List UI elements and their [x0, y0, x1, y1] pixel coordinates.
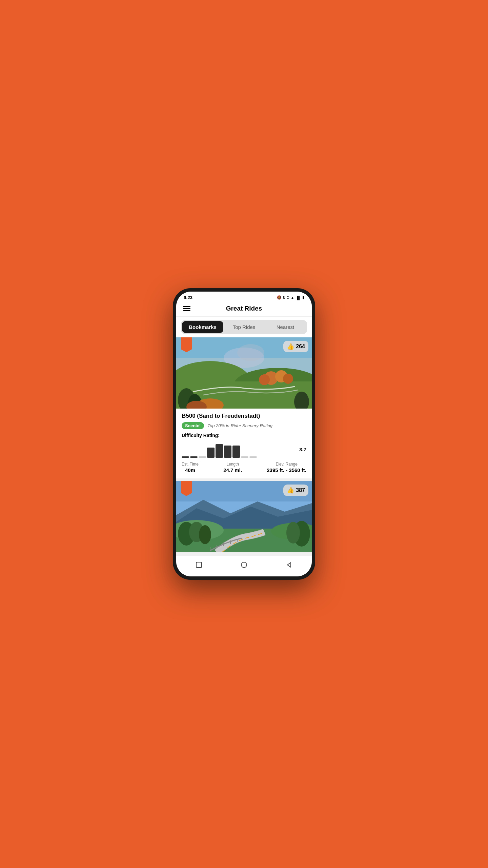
svg-point-9: [283, 374, 293, 384]
likes-count-2: 387: [296, 487, 305, 493]
difficulty-rating: 3.7: [299, 447, 306, 452]
difficulty-chart: 3.7: [182, 441, 306, 458]
ride-tags: Scenic! Top 20% in Rider Scenery Rating: [182, 422, 306, 429]
svg-marker-35: [287, 563, 291, 567]
card-body: B500 (Sand to Freudenstadt) Scenic! Top …: [176, 409, 312, 478]
rides-list: 👍 264 B500 (Sand to Freudenstadt) Scenic…: [176, 337, 312, 556]
svg-point-25: [199, 525, 211, 544]
likes-badge-2[interactable]: 👍 387: [283, 485, 308, 496]
location-icon: ⊙: [286, 295, 289, 300]
diff-spacer: [241, 456, 248, 458]
diff-bar: [190, 456, 198, 458]
diff-bar: [216, 444, 223, 458]
scenic-badge: Scenic!: [182, 422, 204, 429]
bell-icon: 🔕: [277, 295, 282, 300]
ride-image-container: 👍 264: [176, 337, 312, 409]
phone-screen: 9:23 🔕 ₿ ⊙ ▲ ▐▌ ▮ Great Rides Bookmarks: [176, 292, 312, 576]
status-time: 9:23: [184, 295, 192, 300]
likes-count: 264: [296, 343, 305, 350]
thumbs-up-icon: 👍: [287, 343, 294, 350]
thumbs-up-icon-2: 👍: [287, 487, 294, 494]
stats-row: Est. Time 40m Length 24.7 mi. Elev. Rang…: [182, 462, 306, 473]
svg-rect-33: [196, 562, 202, 568]
scenic-description: Top 20% in Rider Scenery Rating: [207, 423, 272, 428]
ride-image-container-2: 👍 387: [176, 481, 312, 552]
bookmark-icon[interactable]: [181, 337, 192, 352]
tab-bookmarks[interactable]: Bookmarks: [182, 321, 223, 333]
likes-badge[interactable]: 👍 264: [283, 341, 308, 352]
diff-bar: [182, 456, 189, 458]
svg-point-27: [286, 522, 300, 544]
diff-spacer: [199, 456, 206, 458]
battery-icon: ▮: [302, 295, 304, 300]
bookmark-icon-2[interactable]: [181, 481, 192, 496]
difficulty-label: Difficulty Rating:: [182, 433, 306, 438]
diff-spacer: [249, 456, 257, 458]
hamburger-menu-button[interactable]: [183, 306, 190, 311]
length-value: 24.7 mi.: [223, 467, 242, 473]
nav-square-button[interactable]: [194, 560, 204, 570]
svg-point-34: [241, 562, 247, 568]
phone-device: 9:23 🔕 ₿ ⊙ ▲ ▐▌ ▮ Great Rides Bookmarks: [173, 288, 315, 580]
hamburger-line-3: [183, 310, 190, 311]
ride-card[interactable]: 👍 264 B500 (Sand to Freudenstadt) Scenic…: [176, 337, 312, 478]
elev-label: Elev. Range: [267, 462, 306, 467]
page-title: Great Rides: [190, 305, 298, 312]
svg-point-10: [259, 374, 270, 385]
nav-back-button[interactable]: [284, 560, 294, 570]
circle-icon: [240, 561, 248, 569]
hamburger-line-2: [183, 308, 190, 309]
length-label: Length: [223, 462, 242, 467]
nav-home-button[interactable]: [239, 560, 249, 570]
ride-name: B500 (Sand to Freudenstadt): [182, 413, 306, 419]
diff-bar: [224, 446, 231, 458]
est-time-value: 40m: [182, 467, 199, 473]
elev-value: 2395 ft. - 3560 ft.: [267, 467, 306, 473]
ride-card-2[interactable]: 👍 387: [176, 481, 312, 552]
square-icon: [195, 561, 203, 569]
wifi-icon: ▲: [291, 296, 294, 300]
difficulty-bars: [182, 441, 295, 458]
hamburger-line-1: [183, 306, 190, 307]
back-icon: [285, 561, 293, 569]
bluetooth-icon: ₿: [283, 296, 285, 300]
status-icons: 🔕 ₿ ⊙ ▲ ▐▌ ▮: [277, 295, 304, 300]
est-time-label: Est. Time: [182, 462, 199, 467]
tab-top-rides[interactable]: Top Rides: [223, 321, 265, 333]
est-time-stat: Est. Time 40m: [182, 462, 199, 473]
diff-bar: [207, 448, 215, 458]
tab-nearest[interactable]: Nearest: [265, 321, 306, 333]
svg-point-3: [237, 344, 264, 361]
elev-stat: Elev. Range 2395 ft. - 3560 ft.: [267, 462, 306, 473]
bottom-nav: [176, 556, 312, 576]
app-header: Great Rides: [176, 302, 312, 317]
status-bar: 9:23 🔕 ₿ ⊙ ▲ ▐▌ ▮: [176, 292, 312, 302]
tab-bar: Bookmarks Top Rides Nearest: [181, 320, 307, 334]
diff-bar: [232, 446, 240, 458]
length-stat: Length 24.7 mi.: [223, 462, 242, 473]
signal-icon: ▐▌: [296, 296, 301, 300]
